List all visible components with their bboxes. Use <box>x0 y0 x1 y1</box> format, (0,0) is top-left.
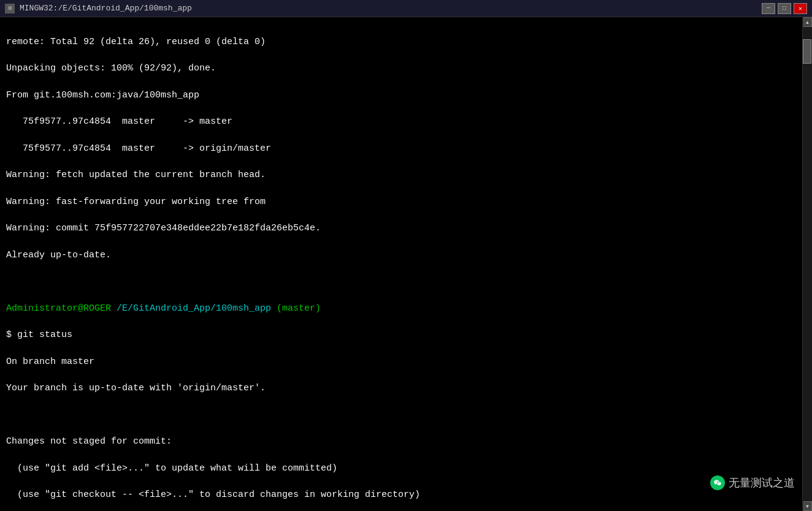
terminal-line: Changes not staged for commit: <box>6 435 796 449</box>
terminal-prompt: Administrator@ROGER /E/GitAndroid_App/10… <box>6 302 796 316</box>
terminal-line: $ git status <box>6 328 796 342</box>
titlebar-left: ■ MINGW32:/E/GitAndroid_App/100msh_app <box>5 4 192 13</box>
terminal-line: Unpacking objects: 100% (92/92), done. <box>6 62 796 75</box>
scrollbar-thumb[interactable] <box>803 39 811 64</box>
terminal-window: ■ MINGW32:/E/GitAndroid_App/100msh_app ─… <box>0 0 812 511</box>
terminal-line: Warning: commit 75f957722707e348eddee22b… <box>6 222 796 235</box>
close-button[interactable]: ✕ <box>794 3 807 14</box>
scrollbar[interactable]: ▲ ▼ <box>802 17 812 511</box>
terminal-line: 75f9577..97c4854 master -> origin/master <box>6 142 796 156</box>
app-icon: ■ <box>5 4 15 13</box>
minimize-button[interactable]: ─ <box>762 3 775 14</box>
terminal-line <box>6 275 796 289</box>
terminal-line: On branch master <box>6 355 796 369</box>
wechat-icon <box>710 475 725 490</box>
scrollbar-down[interactable]: ▼ <box>803 501 812 511</box>
terminal-line: Warning: fetch updated the current branc… <box>6 168 796 182</box>
terminal-line <box>6 409 796 422</box>
terminal-line: From git.100msh.com:java/100msh_app <box>6 89 796 102</box>
terminal-line: Your branch is up-to-date with 'origin/m… <box>6 382 796 395</box>
window-controls: ─ □ ✕ <box>762 3 807 14</box>
terminal-line: Already up-to-date. <box>6 249 796 262</box>
maximize-button[interactable]: □ <box>778 3 791 14</box>
terminal-line: (use "git add <file>..." to update what … <box>6 462 796 475</box>
terminal-line: remote: Total 92 (delta 26), reused 0 (d… <box>6 36 796 49</box>
terminal-line: (use "git checkout -- <file>..." to disc… <box>6 488 796 502</box>
scrollbar-up[interactable]: ▲ <box>803 17 812 27</box>
terminal-line: 75f9577..97c4854 master -> master <box>6 115 796 129</box>
titlebar: ■ MINGW32:/E/GitAndroid_App/100msh_app ─… <box>0 0 812 17</box>
terminal-output[interactable]: remote: Total 92 (delta 26), reused 0 (d… <box>0 17 802 511</box>
watermark: 无量测试之道 <box>705 473 800 493</box>
terminal-line: Warning: fast-forwarding your working tr… <box>6 195 796 209</box>
watermark-text: 无量测试之道 <box>729 475 795 490</box>
window-title: MINGW32:/E/GitAndroid_App/100msh_app <box>20 4 192 13</box>
terminal-wrapper: remote: Total 92 (delta 26), reused 0 (d… <box>0 17 812 511</box>
